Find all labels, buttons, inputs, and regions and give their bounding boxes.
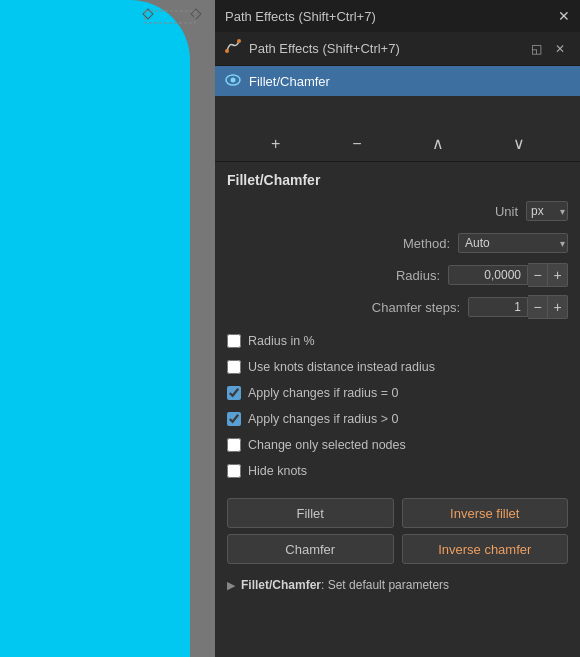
radius-label: Radius: — [396, 268, 440, 283]
chamfer-steps-increment-button[interactable]: + — [548, 295, 568, 319]
apply-if-radius-eq-zero-checkbox[interactable] — [227, 386, 241, 400]
apply-if-radius-gt-zero-checkbox[interactable] — [227, 412, 241, 426]
checkbox-row-4: Change only selected nodes — [227, 434, 568, 456]
buttons-row-1: Fillet Inverse fillet — [227, 498, 568, 528]
unit-select[interactable]: px mm cm in pt — [526, 201, 568, 221]
svg-rect-0 — [145, 11, 195, 23]
footer-arrow-icon: ▶ — [227, 579, 235, 592]
chamfer-steps-input[interactable] — [468, 297, 528, 317]
checkbox-row-1: Use knots distance instead radius — [227, 356, 568, 378]
radius-input-group: − + — [448, 263, 568, 287]
footer-text: Fillet/Chamfer: Set default parameters — [241, 578, 449, 592]
change-selected-nodes-checkbox[interactable] — [227, 438, 241, 452]
unit-select-wrapper: px mm cm in pt — [526, 201, 568, 221]
chamfer-steps-row: Chamfer steps: − + — [227, 294, 568, 320]
checkbox-row-2: Apply changes if radius = 0 — [227, 382, 568, 404]
footer-row: ▶ Fillet/Chamfer: Set default parameters — [215, 570, 580, 600]
title-bar: Path Effects (Shift+Ctrl+7) ✕ — [215, 0, 580, 32]
move-down-button[interactable]: ∨ — [505, 130, 533, 158]
svg-point-1 — [225, 49, 229, 53]
radius-row: Radius: − + — [227, 262, 568, 288]
fillet-button[interactable]: Fillet — [227, 498, 394, 528]
apply-if-radius-eq-zero-label[interactable]: Apply changes if radius = 0 — [248, 386, 398, 400]
sub-close-button[interactable]: ✕ — [550, 39, 570, 59]
hide-knots-label[interactable]: Hide knots — [248, 464, 307, 478]
radius-percent-label[interactable]: Radius in % — [248, 334, 315, 348]
checkbox-row-3: Apply changes if radius > 0 — [227, 408, 568, 430]
canvas-shape — [0, 0, 190, 657]
inverse-chamfer-button[interactable]: Inverse chamfer — [402, 534, 569, 564]
footer-bold: Fillet/Chamfer — [241, 578, 321, 592]
sub-header-label: Path Effects (Shift+Ctrl+7) — [249, 41, 400, 56]
svg-point-4 — [231, 78, 236, 83]
inverse-fillet-button[interactable]: Inverse fillet — [402, 498, 569, 528]
change-selected-nodes-label[interactable]: Change only selected nodes — [248, 438, 406, 452]
effect-row[interactable]: Fillet/Chamfer — [215, 66, 580, 96]
add-effect-button[interactable]: + — [262, 130, 290, 158]
buttons-area: Fillet Inverse fillet Chamfer Inverse ch… — [215, 488, 580, 570]
effect-eye-icon — [225, 73, 241, 89]
sub-header-actions: ◱ ✕ — [526, 39, 570, 59]
chamfer-steps-label: Chamfer steps: — [372, 300, 460, 315]
checkboxes-area: Radius in % Use knots distance instead r… — [215, 324, 580, 488]
apply-if-radius-gt-zero-label[interactable]: Apply changes if radius > 0 — [248, 412, 398, 426]
checkbox-row-0: Radius in % — [227, 330, 568, 352]
method-label: Method: — [403, 236, 450, 251]
panel: Path Effects (Shift+Ctrl+7) ✕ Path Effec… — [215, 0, 580, 657]
selection-box — [0, 0, 215, 50]
chamfer-steps-decrement-button[interactable]: − — [528, 295, 548, 319]
chamfer-button[interactable]: Chamfer — [227, 534, 394, 564]
sub-header: Path Effects (Shift+Ctrl+7) ◱ ✕ — [215, 32, 580, 66]
move-up-button[interactable]: ∧ — [424, 130, 452, 158]
method-row: Method: Auto Bezier True radius — [227, 230, 568, 256]
toolbar-row: + − ∧ ∨ — [215, 126, 580, 162]
canvas-area — [0, 0, 215, 657]
section-title: Fillet/Chamfer — [215, 162, 580, 194]
remove-effect-button[interactable]: − — [343, 130, 371, 158]
knots-distance-checkbox[interactable] — [227, 360, 241, 374]
unit-row: Unit px mm cm in pt — [227, 198, 568, 224]
float-button[interactable]: ◱ — [526, 39, 546, 59]
radius-input[interactable] — [448, 265, 528, 285]
buttons-row-2: Chamfer Inverse chamfer — [227, 534, 568, 564]
checkbox-row-5: Hide knots — [227, 460, 568, 482]
spacer — [215, 96, 580, 126]
radius-increment-button[interactable]: + — [548, 263, 568, 287]
radius-percent-checkbox[interactable] — [227, 334, 241, 348]
footer-regular: : Set default parameters — [321, 578, 449, 592]
panel-title: Path Effects (Shift+Ctrl+7) — [225, 9, 376, 24]
path-effects-icon — [225, 39, 241, 58]
chamfer-steps-input-group: − + — [468, 295, 568, 319]
effect-label: Fillet/Chamfer — [249, 74, 330, 89]
svg-point-2 — [237, 39, 241, 43]
form-area: Unit px mm cm in pt Method: Auto Bezier … — [215, 194, 580, 324]
close-button[interactable]: ✕ — [558, 9, 570, 23]
hide-knots-checkbox[interactable] — [227, 464, 241, 478]
knots-distance-label[interactable]: Use knots distance instead radius — [248, 360, 435, 374]
unit-label: Unit — [495, 204, 518, 219]
method-select-wrapper: Auto Bezier True radius — [458, 233, 568, 253]
method-select[interactable]: Auto Bezier True radius — [458, 233, 568, 253]
radius-decrement-button[interactable]: − — [528, 263, 548, 287]
